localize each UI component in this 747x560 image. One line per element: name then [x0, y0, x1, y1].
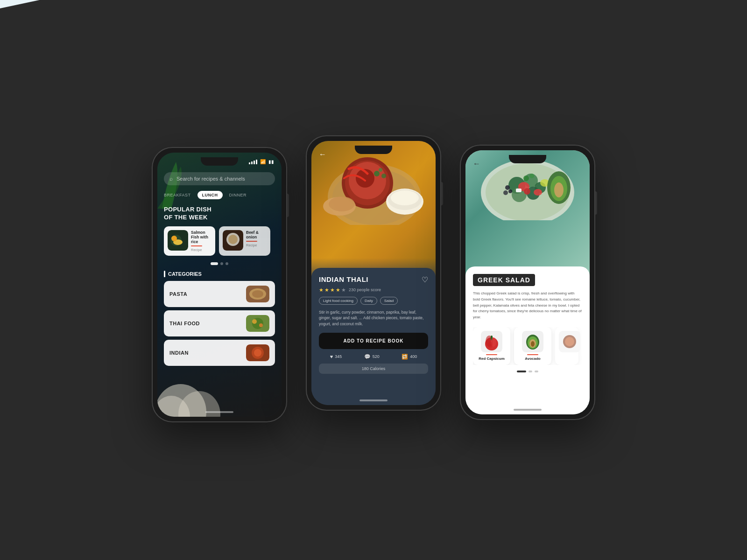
recipe-card-1-divider: [191, 245, 202, 246]
svg-point-64: [531, 341, 535, 347]
tab-lunch[interactable]: LUNCH: [197, 191, 223, 199]
recipe-card-1[interactable]: Salmon Fish with rice Recipe: [164, 226, 215, 256]
ingredient-pagination: [473, 371, 582, 372]
add-to-recipe-book-button[interactable]: ADD TO RECIPE BOOK: [319, 333, 428, 349]
scene-container: 📶 ▮▮ ⌕ Search for recipes & channels BRE…: [0, 0, 747, 560]
svg-point-67: [565, 337, 574, 346]
popular-dish-title: POPULAR DISHOF THE WEEK: [164, 206, 275, 222]
avocado-image: [522, 331, 543, 352]
ingredient-name-2: Avocado: [518, 357, 548, 361]
ingredients-list: Red Capsicum: [473, 327, 582, 365]
shares-count: 400: [410, 354, 417, 359]
comments-count: 520: [373, 354, 380, 359]
screen-2: ← INDIAN THALI ♡ ★ ★ ★ ★ ★: [311, 141, 436, 405]
svg-point-32: [381, 174, 386, 178]
recipe-cards: Salmon Fish with rice Recipe: [164, 226, 275, 256]
category-thai[interactable]: THAI FOOD: [164, 310, 275, 336]
svg-point-16: [259, 323, 263, 327]
category-indian-thumb: [246, 344, 269, 361]
screen-1: 📶 ▮▮ ⌕ Search for recipes & channels BRE…: [157, 153, 282, 417]
screen-3: ← GREEK SALAD This chopped Greek salad i…: [465, 150, 590, 414]
svg-point-28: [391, 190, 419, 205]
svg-point-6: [171, 236, 177, 241]
tab-dinner[interactable]: DINNER: [229, 193, 247, 197]
recipe-card-1-subtitle: Recipe: [191, 248, 211, 252]
salad-detail-panel: GREEK SALAD This chopped Greek salad is …: [465, 266, 590, 414]
salad-title: GREEK SALAD: [478, 276, 530, 284]
tab-breakfast[interactable]: BREAKFAST: [164, 193, 191, 197]
ingredient-divider-2: [527, 354, 538, 355]
category-indian[interactable]: INDIAN: [164, 340, 275, 366]
pagination-dot-active: [517, 371, 526, 372]
card-pagination: [164, 262, 275, 265]
salad-description: This chopped Greek salad is crisp, fresh…: [473, 291, 582, 321]
recipe-card-2-title: Beef & onion: [246, 230, 267, 239]
back-button-3[interactable]: ←: [473, 160, 480, 168]
signal-icon: [249, 160, 257, 164]
star-rating: ★ ★ ★ ★ ★: [319, 287, 346, 293]
tag-salad[interactable]: Salad: [380, 297, 398, 305]
pagination-dot-1: [211, 262, 218, 265]
recipe-title: INDIAN THALI: [319, 275, 368, 283]
star-5: ★: [341, 287, 346, 293]
recipe-description: Stir in garlic, curry powder, cinnamon, …: [319, 309, 428, 327]
category-pasta-thumb: [246, 286, 269, 302]
search-icon: ⌕: [169, 175, 173, 182]
pagination-dot-3: [226, 262, 228, 265]
tag-light-food[interactable]: Light food cooking: [319, 297, 358, 305]
recipe-card-2-divider: [246, 241, 257, 242]
star-3: ★: [330, 287, 335, 293]
back-button-2[interactable]: ←: [319, 150, 326, 159]
phone-2: ← INDIAN THALI ♡ ★ ★ ★ ★ ★: [306, 135, 441, 411]
heart-icon: ♥: [330, 354, 333, 359]
recipe-detail-panel: INDIAN THALI ♡ ★ ★ ★ ★ ★ 230 people scor…: [311, 268, 436, 405]
food-image-salad: [465, 150, 590, 277]
svg-point-53: [529, 174, 534, 178]
stat-shares: 🔁 400: [402, 354, 417, 360]
recipe-card-2[interactable]: Beef & onion Recipe: [219, 226, 270, 256]
svg-point-30: [329, 196, 355, 211]
salad-title-bg: GREEK SALAD: [473, 274, 535, 286]
svg-point-52: [523, 175, 529, 181]
phone-2-screen: ← INDIAN THALI ♡ ★ ★ ★ ★ ★: [311, 141, 436, 405]
ingredient-avocado[interactable]: Avocado: [514, 327, 551, 365]
ingredient-name-1: Red Capsicum: [477, 357, 507, 361]
comment-icon: 💬: [364, 354, 371, 360]
recipe-rating: ★ ★ ★ ★ ★ 230 people score: [319, 287, 428, 293]
svg-point-43: [524, 188, 530, 195]
ingredient-extra[interactable]: [555, 327, 578, 365]
food-image-indian: [311, 141, 436, 286]
svg-point-12: [252, 290, 263, 298]
star-1: ★: [319, 287, 324, 293]
svg-point-59: [488, 342, 493, 348]
search-bar[interactable]: ⌕ Search for recipes & channels: [164, 172, 275, 185]
category-pasta[interactable]: PASTA: [164, 281, 275, 307]
svg-point-33: [379, 168, 382, 172]
svg-point-19: [254, 349, 261, 357]
categories-title: CATEGORIES: [164, 271, 275, 277]
svg-point-42: [534, 189, 542, 196]
recipe-card-2-info: Beef & onion Recipe: [246, 230, 267, 247]
svg-point-48: [554, 182, 564, 197]
phone-1: 📶 ▮▮ ⌕ Search for recipes & channels BRE…: [152, 147, 287, 422]
tag-daily[interactable]: Daily: [360, 297, 377, 305]
favorite-icon[interactable]: ♡: [422, 275, 428, 284]
wifi-icon: 📶: [260, 159, 266, 164]
pagination-dot-2: [220, 262, 223, 265]
ingredient-capsicum[interactable]: Red Capsicum: [473, 327, 510, 365]
phone-1-screen: 📶 ▮▮ ⌕ Search for recipes & channels BRE…: [157, 153, 282, 417]
recipe-card-1-image: [168, 230, 188, 251]
category-thai-thumb: [246, 315, 269, 332]
svg-rect-44: [516, 189, 521, 192]
capsicum-image: [481, 331, 502, 352]
svg-point-49: [505, 185, 510, 190]
calories-display: 180 Calories: [319, 364, 428, 374]
home-indicator-1: [205, 411, 233, 413]
status-bar-1: 📶 ▮▮: [165, 159, 274, 164]
home-indicator-3: [514, 409, 542, 411]
recipe-tags: Light food cooking Daily Salad: [319, 297, 428, 305]
search-placeholder: Search for recipes & channels: [176, 176, 245, 182]
svg-point-9: [228, 235, 238, 244]
svg-point-50: [508, 189, 512, 193]
battery-icon: ▮▮: [268, 159, 274, 164]
